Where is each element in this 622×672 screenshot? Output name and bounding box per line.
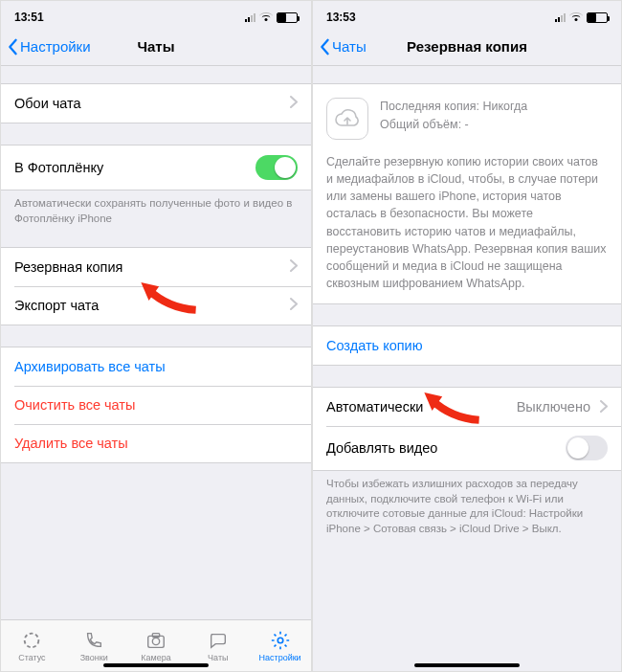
cell-auto-backup[interactable]: Автоматически Выключено [313, 388, 621, 426]
tab-label: Чаты [208, 653, 228, 662]
status-time: 13:51 [14, 11, 44, 24]
cell-label: Архивировать все чаты [14, 359, 166, 374]
info-lines: Последняя копия: Никогда Общий объём: - [380, 98, 527, 140]
total-size-line: Общий объём: - [380, 116, 527, 134]
back-button[interactable]: Чаты [313, 38, 367, 56]
screenshot-left: 13:51 Настройки Чаты Обои чата В Фотоплё… [1, 1, 311, 671]
cell-label: Резервная копия [14, 259, 122, 275]
signal-icon [245, 13, 255, 22]
info-description: Сделайте резервную копию истории своих ч… [313, 153, 621, 296]
cell-label: Удалить все чаты [14, 436, 128, 451]
group-backup: Резервная копия Экспорт чата [1, 247, 311, 325]
group-info: Последняя копия: Никогда Общий объём: - … [313, 83, 621, 304]
cell-wallpaper[interactable]: Обои чата [1, 84, 311, 123]
svg-point-0 [25, 633, 39, 647]
toggle-camera-roll[interactable] [255, 155, 298, 180]
cell-export[interactable]: Экспорт чата [1, 286, 311, 325]
back-label: Настройки [20, 38, 91, 55]
content-scroll[interactable]: Последняя копия: Никогда Общий объём: - … [313, 66, 621, 671]
note-camera-roll: Автоматически сохранять полученные фото … [1, 190, 311, 226]
battery-icon [277, 12, 298, 23]
cell-delete-all[interactable]: Удалить все чаты [1, 424, 311, 462]
home-indicator[interactable] [103, 663, 209, 667]
tab-settings[interactable]: Настройки [249, 620, 311, 671]
signal-icon [555, 13, 566, 22]
group-options: Автоматически Выключено Добавлять видео [313, 387, 621, 471]
info-header: Последняя копия: Никогда Общий объём: - [313, 84, 621, 153]
wifi-icon [259, 12, 273, 22]
tab-status[interactable]: Статус [1, 620, 63, 671]
nav-bar: Чаты Резервная копия [313, 28, 621, 66]
group-camera-roll: В Фотоплёнку [1, 145, 311, 190]
back-button[interactable]: Настройки [1, 38, 91, 56]
content-scroll[interactable]: Обои чата В Фотоплёнку Автоматически сох… [1, 66, 311, 619]
tab-label: Настройки [259, 653, 301, 662]
screenshot-right: 13:53 Чаты Резервная копия Последняя коп… [311, 1, 621, 671]
svg-point-2 [152, 638, 159, 644]
status-right [245, 12, 298, 23]
status-bar: 13:53 [313, 1, 621, 28]
phone-icon [83, 630, 104, 651]
battery-icon [587, 12, 608, 23]
status-right [555, 12, 608, 23]
chevron-right-icon [600, 400, 608, 413]
nav-bar: Настройки Чаты [1, 28, 311, 66]
back-label: Чаты [332, 38, 367, 55]
cell-camera-roll[interactable]: В Фотоплёнку [1, 146, 311, 190]
status-bar: 13:51 [1, 1, 311, 28]
status-time: 13:53 [326, 11, 356, 24]
chevron-right-icon [290, 96, 298, 111]
tab-label: Статус [18, 653, 45, 662]
wifi-icon [569, 12, 583, 22]
cell-label: Экспорт чата [14, 298, 99, 313]
cell-label: Очистить все чаты [14, 397, 135, 413]
status-icon [21, 630, 42, 651]
svg-rect-3 [152, 633, 159, 637]
cell-label: В Фотоплёнку [14, 160, 103, 175]
tab-label: Звонки [80, 653, 108, 662]
cell-right: Выключено [517, 399, 608, 414]
toggle-include-video[interactable] [566, 436, 608, 460]
cell-label: Создать копию [326, 338, 423, 353]
home-indicator[interactable] [414, 663, 520, 667]
group-wallpaper: Обои чата [1, 83, 311, 123]
cell-label: Автоматически [326, 399, 423, 414]
cell-label: Обои чата [14, 96, 81, 111]
cell-archive-all[interactable]: Архивировать все чаты [1, 347, 311, 386]
cell-clear-all[interactable]: Очистить все чаты [1, 386, 311, 424]
gear-icon [270, 630, 291, 651]
note-data-usage: Чтобы избежать излишних расходов за пере… [313, 471, 621, 536]
cell-label: Добавлять видео [326, 440, 437, 456]
last-backup-line: Последняя копия: Никогда [380, 98, 527, 116]
chats-icon [208, 630, 229, 651]
chevron-right-icon [290, 298, 298, 313]
chevron-right-icon [290, 259, 298, 275]
tab-label: Камера [141, 653, 170, 662]
cell-create-backup[interactable]: Создать копию [313, 326, 621, 365]
group-create: Создать копию [313, 325, 621, 366]
chevron-left-icon [319, 38, 330, 56]
svg-point-4 [278, 638, 283, 643]
group-bulk-actions: Архивировать все чаты Очистить все чаты … [1, 347, 311, 463]
cell-backup[interactable]: Резервная копия [1, 248, 311, 286]
cloud-upload-icon [326, 98, 368, 140]
auto-backup-value: Выключено [517, 399, 590, 414]
cell-include-video[interactable]: Добавлять видео [313, 426, 621, 470]
camera-icon [145, 630, 167, 651]
chevron-left-icon [7, 38, 18, 56]
